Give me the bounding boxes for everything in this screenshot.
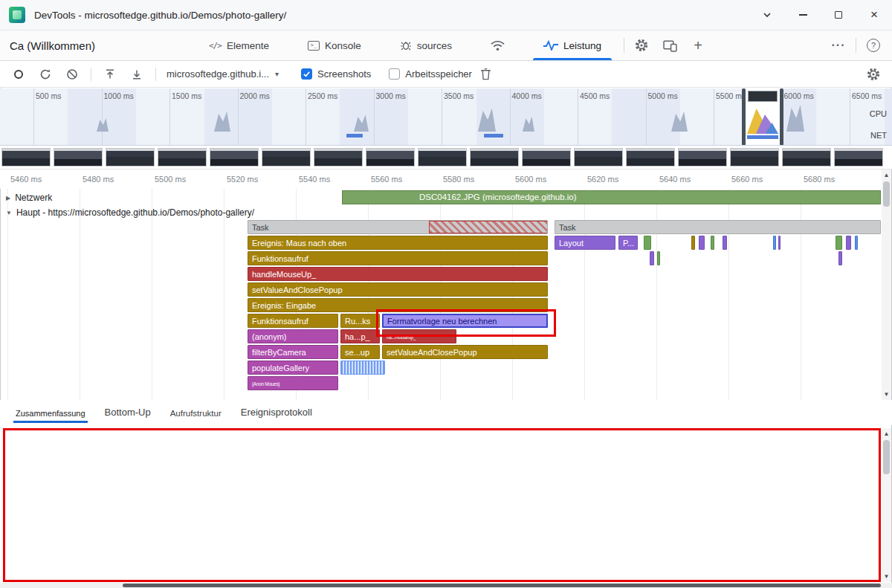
maximize-button[interactable] [821,0,856,30]
minimize-button[interactable] [785,0,821,30]
filmstrip-thumbnail[interactable] [782,148,831,167]
selection-handle-right[interactable] [780,88,783,146]
flame-bar[interactable]: Ereignis: Eingabe [248,298,548,312]
flame-bar[interactable] [711,236,714,250]
flame-bar[interactable]: Task [555,220,881,234]
scroll-up-icon[interactable]: ▲ [882,170,891,180]
capture-settings-gear-icon[interactable] [861,63,886,85]
flame-bar[interactable] [650,251,654,265]
scrollbar-thumb[interactable] [883,181,890,207]
flame-bar[interactable]: populateGallery [248,361,338,375]
scroll-down-icon[interactable]: ▼ [882,390,891,399]
flame-bar[interactable] [340,361,385,375]
flame-bar[interactable] [836,236,842,250]
screenshots-checkbox[interactable]: Screenshots [301,68,371,80]
flame-bar[interactable]: setValueAndClosePopup [382,345,548,359]
main-thread-track-header[interactable]: ▼ Haupt - https://microsoftedge.github.i… [6,207,254,218]
flame-bar[interactable] [644,236,651,250]
flame-bar[interactable]: handleMouseUp_ [248,267,548,281]
network-track-header[interactable]: ▶ Netzwerk [6,193,52,203]
filmstrip-thumbnail[interactable] [834,148,883,167]
flame-bar[interactable] [657,251,660,265]
filmstrip-thumbnail[interactable] [106,148,155,167]
clear-button[interactable] [59,63,85,85]
flame-bar[interactable]: Ereignis: Maus nach oben [248,236,548,250]
flame-bar-label: filterByCamera [248,346,337,357]
filmstrip-thumbnail[interactable] [210,148,259,167]
close-button[interactable]: × [856,0,892,30]
tab-aufrufstruktur[interactable]: Aufrufstruktur [161,403,231,425]
flame-bar[interactable] [699,236,705,250]
load-profile-button[interactable] [97,63,123,85]
flame-bar[interactable]: se...up [340,345,380,359]
filmstrip-thumbnail[interactable] [522,148,571,167]
flame-bar[interactable]: setValueAndClosePopup [248,282,548,297]
tab-sources[interactable]: sources [381,30,471,60]
tab-elemente[interactable]: </> Elemente [190,30,288,60]
flame-scrollbar[interactable]: ▲ ▼ [882,169,891,400]
dock-menu-chevron-icon[interactable] [749,0,785,30]
flame-bar[interactable]: ha...mouseup_ [382,329,456,343]
filmstrip-thumbnail[interactable] [470,148,519,167]
flame-bar[interactable]: Layout [555,236,615,250]
tab-zusammenfassung[interactable]: Zusammenfassung [6,403,95,425]
trash-icon[interactable] [474,63,499,85]
network-request-bar[interactable]: DSC04162.JPG (microsoftedge.github.io) [342,190,881,204]
flame-bar[interactable] [773,236,776,250]
flame-bar[interactable] [846,236,851,250]
tab-bottom-up[interactable]: Bottom-Up [95,401,161,425]
scrollbar-thumb[interactable] [123,584,881,587]
tab-network[interactable] [471,30,524,60]
help-button[interactable]: ? [859,30,888,60]
reload-and-record-button[interactable] [33,63,58,85]
device-toolbar-icon[interactable] [656,30,684,60]
flame-bar[interactable]: (anonym) [248,329,338,343]
filmstrip-thumbnail[interactable] [626,148,675,167]
horizontal-scrollbar[interactable] [0,583,892,588]
flame-bar[interactable]: Ru...ks [340,314,380,328]
thumbnail-image [418,149,466,166]
filmstrip-thumbnail[interactable] [54,148,103,167]
tab-ereignisprotokoll[interactable]: Ereignisprotokoll [231,401,322,425]
settings-gear-icon[interactable] [627,30,656,60]
page-tab[interactable]: Ca (Willkommen) [0,30,190,60]
flame-bar[interactable] [691,236,695,250]
filmstrip-thumbnail[interactable] [158,148,207,167]
flame-bar[interactable] [855,236,858,250]
filmstrip-thumbnail[interactable] [678,148,727,167]
overview-selection-window[interactable] [746,88,780,146]
flame-bar[interactable]: Funktionsaufruf [248,251,548,265]
add-tab-button[interactable]: + [684,30,712,60]
filmstrip-thumbnail[interactable] [314,148,363,167]
filmstrip-thumbnail[interactable] [730,148,779,167]
more-menu-icon[interactable]: ··· [824,30,853,60]
flame-bar[interactable] [838,251,842,265]
memory-checkbox[interactable]: Arbeitsspeicher [389,68,472,80]
filmstrip-thumbnail[interactable] [1,148,51,167]
flame-bar[interactable] [723,236,727,250]
flame-bar[interactable] [778,236,780,250]
flame-bar[interactable]: Task [248,220,548,234]
scroll-up-icon[interactable]: ▲ [882,429,891,439]
timeline-overview[interactable]: 500 ms1000 ms1500 ms2000 ms2500 ms3000 m… [0,88,892,146]
flame-bar[interactable]: filterByCamera [248,345,338,359]
filmstrip-thumbnail[interactable] [262,148,311,167]
flame-bar[interactable]: Funktionsaufruf [248,314,338,328]
flame-bar[interactable]: (Anon Moues) [248,376,338,390]
filmstrip-thumbnail[interactable] [418,148,467,167]
flame-bar[interactable]: P... [618,236,638,250]
tab-konsole[interactable]: >_ Konsole [288,30,381,60]
filmstrip-thumbnail[interactable] [366,148,415,167]
save-profile-button[interactable] [124,63,149,85]
filmstrip-thumbnail[interactable] [574,148,623,167]
scroll-down-icon[interactable]: ▼ [882,572,891,581]
flame-bar[interactable]: Formatvorlage neu berechnen [382,314,548,328]
summary-scrollbar[interactable]: ▲ ▼ [882,428,891,582]
flame-bar[interactable]: ha...p_ [340,329,380,343]
target-selector[interactable]: microsoftedge.github.i... ▾ [162,68,283,80]
record-button[interactable] [6,63,31,85]
tab-leistung[interactable]: Leistung [524,30,621,60]
flame-chart[interactable]: TaskTaskEreignis: Maus nach obenLayoutP.… [0,220,881,398]
scrollbar-thumb[interactable] [883,440,890,474]
selection-handle-left[interactable] [742,88,746,146]
